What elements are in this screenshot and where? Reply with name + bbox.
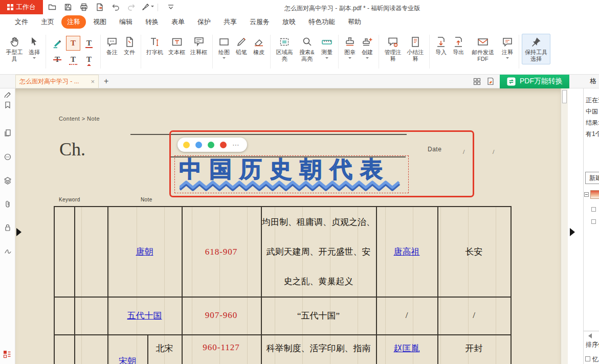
menu-share[interactable]: 共享: [218, 15, 242, 29]
select-tool-button[interactable]: 选择: [26, 34, 43, 62]
color-yellow-button[interactable]: [183, 142, 190, 148]
workspace-button[interactable]: 工作台: [0, 0, 43, 14]
save-icon: [63, 3, 73, 12]
note-tool-button[interactable]: 备注: [103, 34, 121, 58]
toolbar-separator: [338, 35, 339, 69]
hand-tool-button[interactable]: 手型工具: [3, 34, 26, 64]
draw-tool-button[interactable]: 绘图: [215, 34, 233, 62]
format-brush-button[interactable]: [141, 1, 154, 13]
search-icon: [301, 36, 313, 48]
menu-edit[interactable]: 编辑: [114, 15, 138, 29]
menu-protect[interactable]: 保护: [192, 15, 216, 29]
typewriter-tool-button[interactable]: 打字机: [144, 34, 166, 58]
format-panel-tab-partial[interactable]: 格: [590, 77, 596, 86]
text-highlight-tool-button[interactable]: T: [66, 36, 80, 51]
bookmarks-panel-button[interactable]: [4, 101, 12, 109]
new-tab-button[interactable]: +: [99, 77, 114, 86]
layers-panel-button[interactable]: [4, 176, 12, 185]
color-green-button[interactable]: [208, 142, 214, 148]
highlighter-tool-button[interactable]: [50, 36, 64, 51]
menu-home[interactable]: 主页: [35, 15, 60, 29]
color-blue-button[interactable]: [195, 142, 202, 148]
eraser-tool-button[interactable]: 橡皮: [250, 34, 268, 58]
underline-tool-button[interactable]: T: [82, 36, 96, 51]
summarize-comments-button[interactable]: 小结注释: [404, 34, 427, 64]
menu-help[interactable]: 帮助: [342, 15, 367, 29]
table-cell-dynasty: 宋朝: [107, 355, 147, 364]
keep-tool-selected-button[interactable]: 保持工具选择: [522, 34, 550, 64]
manage-comments-button[interactable]: 管理注释: [382, 34, 404, 64]
sort-by-label[interactable]: 排序依: [586, 340, 599, 349]
callout-tool-button[interactable]: 注释框: [188, 34, 210, 58]
menu-view[interactable]: 视图: [87, 15, 112, 29]
fill-sign-pen-button[interactable]: [4, 89, 12, 98]
email-fdf-button[interactable]: 邮件发送FDF: [467, 34, 499, 64]
menu-form[interactable]: 表单: [166, 15, 190, 29]
security-panel-button[interactable]: [4, 223, 12, 232]
redo-icon: [127, 3, 136, 12]
pdf-convert-button[interactable]: PDF万能转换: [500, 75, 569, 88]
import-comments-button[interactable]: 导入: [432, 34, 450, 58]
document-tab[interactable]: 怎么面对高中学习 - ... ×: [15, 75, 99, 88]
comments-panel-button[interactable]: [4, 153, 12, 161]
redo-button[interactable]: [125, 1, 138, 13]
customize-chevron-icon: [166, 3, 175, 12]
export-page-button[interactable]: [93, 1, 106, 13]
insert-text-tool-button[interactable]: T: [82, 52, 96, 67]
print-button[interactable]: [77, 1, 91, 13]
pages-panel-button[interactable]: [4, 129, 12, 137]
color-red-button[interactable]: [220, 142, 227, 148]
expand-left-panel-arrow[interactable]: [16, 228, 26, 236]
stamp-icon: [344, 36, 356, 48]
comment-dropdown-button[interactable]: 注释: [499, 34, 516, 62]
toolbar-separator: [519, 35, 519, 69]
pencil-tool-button[interactable]: 铅笔: [233, 34, 250, 58]
expand-right-panel-arrow[interactable]: [570, 228, 579, 236]
option-checkbox[interactable]: [585, 356, 590, 361]
scroll-left-arrow[interactable]: [586, 333, 592, 338]
menu-features[interactable]: 特色功能: [303, 15, 341, 29]
create-stamp-button[interactable]: 创建: [359, 34, 376, 62]
menu-cloud[interactable]: 云服务: [244, 15, 275, 29]
measure-tool-button[interactable]: 测量: [318, 34, 336, 62]
stamp-thumbnail[interactable]: [590, 190, 599, 199]
tab-close-icon[interactable]: ×: [91, 78, 95, 85]
organizer-button[interactable]: [3, 350, 12, 359]
menu-file[interactable]: 文件: [9, 15, 34, 29]
tab-grid-view-button[interactable]: [473, 77, 481, 86]
hand-icon: [8, 36, 20, 48]
textbox-icon: [171, 36, 183, 48]
textbox-tool-button[interactable]: 文本框: [166, 34, 188, 58]
squiggly-underline-tool-button[interactable]: T: [66, 52, 80, 67]
strikethrough-tool-button[interactable]: T: [50, 52, 64, 67]
mail-icon: [477, 36, 489, 48]
scrollbar-thumb[interactable]: [562, 90, 567, 103]
selected-text-annotation[interactable]: 中国历史朝代表: [174, 155, 409, 193]
area-highlight-tool-button[interactable]: 区域高亮: [273, 34, 296, 64]
file-attach-tool-button[interactable]: 文件: [121, 34, 138, 58]
list-checkbox[interactable]: [591, 207, 596, 212]
new-item-button[interactable]: 新建: [585, 172, 599, 184]
undo-button[interactable]: [109, 1, 122, 13]
open-file-button[interactable]: [46, 1, 59, 13]
attachments-panel-button[interactable]: [4, 200, 12, 208]
menu-convert[interactable]: 转换: [140, 15, 164, 29]
text-markup-group: T T T T T: [50, 36, 96, 67]
more-colors-button[interactable]: ⋯: [232, 142, 239, 147]
search-highlight-tool-button[interactable]: 搜索&高亮: [296, 34, 318, 64]
stamp-tool-button[interactable]: 图章: [341, 34, 359, 62]
list-checkbox[interactable]: [591, 219, 596, 224]
pen-nib-icon: [4, 89, 12, 98]
signature-panel-button[interactable]: [4, 247, 12, 255]
undo-icon: [111, 3, 120, 12]
tab-document-list-button[interactable]: [486, 77, 495, 86]
printer-icon: [79, 3, 88, 12]
export-comments-button[interactable]: 导出: [450, 34, 467, 58]
menu-comment[interactable]: 注释: [61, 15, 86, 29]
menu-present[interactable]: 放映: [277, 15, 301, 29]
customize-toolbar-button[interactable]: [164, 1, 178, 13]
save-button[interactable]: [61, 1, 75, 13]
pdf-page-view: Content > Note Ch. Date / / ⋯ 中国历史朝代表: [15, 88, 561, 364]
document-main-title[interactable]: 中国历史朝代表: [179, 156, 404, 182]
tree-collapse-icon[interactable]: [584, 192, 589, 197]
